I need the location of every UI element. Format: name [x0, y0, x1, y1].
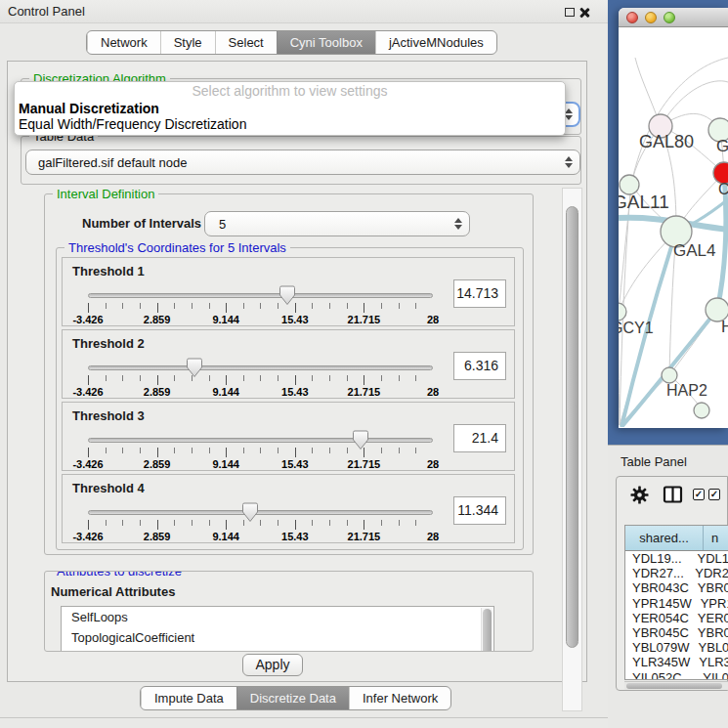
network-window-titlebar[interactable]	[619, 8, 728, 27]
slider-ticks	[88, 520, 433, 530]
top-tab-bar: Network Style Select Cyni Toolbox jActiv…	[86, 30, 497, 55]
table-row[interactable]: YER054C YER0	[625, 611, 728, 625]
slider-tick-label: 28	[427, 386, 439, 398]
slider-tick-label: 15.43	[281, 314, 309, 325]
cyni-toolbox-panel: Discretization Algorithm Select algorith…	[7, 61, 587, 682]
table-row[interactable]: YBR043C YBR0	[625, 580, 728, 595]
slider-track[interactable]	[88, 438, 433, 443]
slider-tick-label: 21.715	[348, 386, 381, 398]
network-node-label: GAL4	[673, 241, 715, 260]
control-panel-window: Control Panel Network Style Select Cyni …	[0, 0, 608, 728]
slider-track[interactable]	[88, 365, 433, 370]
slider-track[interactable]	[88, 293, 433, 298]
slider-tick-label: 9.144	[212, 386, 239, 398]
slider-tick-label: 28	[427, 458, 439, 470]
panel-scrollbar[interactable]	[562, 188, 582, 711]
slider-tick-label: 9.144	[212, 458, 239, 470]
apply-button[interactable]: Apply	[242, 654, 303, 676]
threshold-panel: Threshold 1 -3.426	[62, 257, 515, 326]
dropdown-item[interactable]: Equal Width/Frequency Discretization	[15, 116, 565, 132]
list-item[interactable]: TopologicalCoefficient	[62, 627, 493, 648]
list-item[interactable]: SelfLoops	[62, 607, 493, 627]
slider-track[interactable]	[88, 510, 433, 515]
threshold-slider[interactable]: -3.426 2.859 9.144 15.43 21.715 28	[88, 360, 433, 399]
threshold-value-field[interactable]: 14.713	[453, 279, 506, 308]
threshold-slider[interactable]: -3.426 2.859 9.144 15.43 21.715 28	[88, 287, 433, 326]
list-item[interactable]: BetweennessCentrality	[62, 648, 493, 652]
table-row[interactable]: YBL079W YBL0	[625, 640, 728, 655]
slider-tick-label: 2.859	[144, 386, 171, 398]
network-view-window: GAL80GCGAL11GAL4GCY1HHAP2	[619, 8, 728, 428]
table-panel-header: Table Panel	[608, 445, 728, 476]
close-icon[interactable]	[578, 7, 589, 18]
threshold-slider[interactable]: -3.426 2.859 9.144 15.43 21.715 28	[88, 504, 433, 543]
top-tab[interactable]: Style	[160, 31, 215, 54]
combo-stepper-icon	[565, 156, 573, 168]
network-node-label: G	[716, 137, 728, 155]
threshold-panel: Threshold 4 -3.426	[62, 474, 515, 543]
threshold-value-field[interactable]: 6.316	[453, 352, 506, 380]
network-canvas[interactable]: GAL80GCGAL11GAL4GCY1HHAP2	[619, 27, 728, 427]
float-window-icon[interactable]	[565, 8, 575, 17]
numerical-attributes-list: SelfLoops TopologicalCoefficient Between…	[61, 606, 494, 652]
network-node-label: H	[721, 318, 728, 336]
table-data-combobox[interactable]: galFiltered.sif default node	[25, 150, 580, 175]
top-tab[interactable]: Cyni Toolbox	[277, 31, 375, 54]
network-node-label: HAP2	[666, 382, 707, 399]
table-row[interactable]: YLR345W YLR3	[625, 655, 728, 669]
window-title: Control Panel	[8, 4, 85, 19]
table-horizontal-scrollbar[interactable]	[624, 681, 728, 690]
network-node[interactable]	[662, 367, 677, 383]
scrollbar-thumb[interactable]	[566, 206, 578, 648]
threshold-slider[interactable]: -3.426 2.859 9.144 15.43 21.715 28	[88, 432, 433, 471]
network-canvas-wrap: GAL80GCGAL11GAL4GCY1HHAP2	[619, 27, 728, 427]
table-panel-title: Table Panel	[621, 454, 687, 469]
gear-icon[interactable]	[630, 486, 649, 504]
network-node-label: C	[718, 181, 728, 197]
table-row[interactable]: YDR27... YDR2	[625, 566, 728, 580]
top-tab[interactable]: Network	[87, 31, 160, 54]
table-body: YDL19... YDL1 YDR27... YDR2 YBR043C YBR0…	[625, 551, 728, 680]
minimize-traffic-light-icon[interactable]	[645, 12, 657, 23]
slider-ticks	[88, 303, 433, 313]
slider-tick-label: 2.859	[144, 458, 171, 470]
network-node[interactable]	[619, 303, 626, 321]
group-title: Attributes to discretize	[53, 571, 186, 578]
close-traffic-light-icon[interactable]	[626, 12, 638, 23]
list-scrollbar[interactable]	[481, 608, 492, 652]
bottom-tab[interactable]: Discretize Data	[236, 687, 349, 709]
combo-stepper-icon	[454, 218, 462, 230]
bottom-tab[interactable]: Impute Data	[141, 687, 236, 709]
table-row[interactable]: YBR045C YBR0	[625, 625, 728, 640]
bottom-tab[interactable]: Infer Network	[349, 687, 450, 709]
slider-tick-label: 21.715	[348, 458, 381, 470]
slider-tick-label: -3.426	[72, 314, 103, 325]
slider-tick-label: 15.43	[281, 531, 309, 542]
numerical-attributes-label: Numerical Attributes	[51, 584, 175, 599]
slider-tick-label: 9.144	[212, 314, 239, 325]
dropdown-item[interactable]: Manual Discretization	[15, 101, 565, 116]
table-row[interactable]: YIL052C YIL0	[625, 670, 728, 681]
slider-tick-label: 2.859	[144, 314, 171, 325]
table-row[interactable]: YPR145W YPR1	[625, 596, 728, 611]
checkbox-icon[interactable]: ✓	[708, 489, 720, 500]
slider-tick-label: 28	[427, 314, 439, 325]
table-toolbar: ✓ ✓	[617, 477, 727, 518]
threshold-value-field[interactable]: 21.4	[453, 424, 506, 452]
column-header[interactable]: shared...	[625, 526, 704, 550]
table-row[interactable]: YDL19... YDL1	[625, 551, 728, 566]
slider-ticks	[88, 448, 433, 457]
group-title: Interval Definition	[53, 187, 158, 201]
zoom-traffic-light-icon[interactable]	[664, 12, 675, 23]
scrollbar-thumb[interactable]	[626, 683, 722, 689]
control-panel-titlebar: Control Panel	[0, 0, 608, 23]
column-header[interactable]: n	[704, 526, 728, 550]
top-tab[interactable]: jActiveMNodules	[375, 31, 496, 54]
checkbox-icon[interactable]: ✓	[693, 489, 705, 500]
columns-icon[interactable]	[663, 485, 683, 505]
top-tab[interactable]: Select	[215, 31, 277, 54]
number-of-intervals-combobox[interactable]: 5	[204, 211, 470, 236]
bottom-tab-bar: Impute Data Discretize Data Infer Networ…	[140, 686, 451, 710]
threshold-value-field[interactable]: 11.344	[453, 496, 506, 525]
network-node[interactable]	[694, 403, 709, 418]
